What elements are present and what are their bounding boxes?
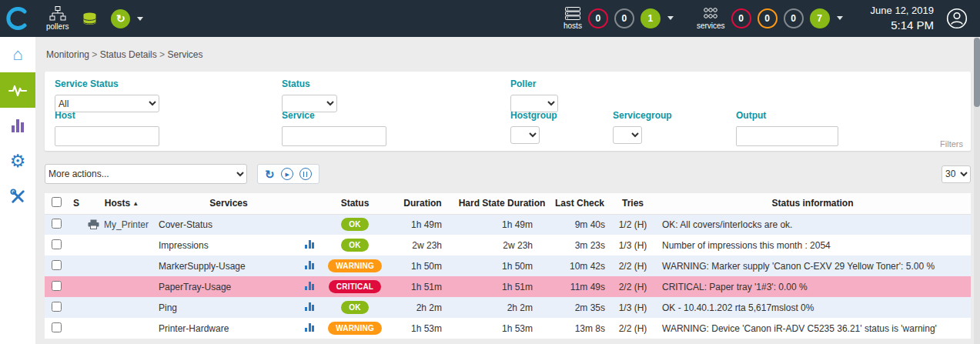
sidebar-item-administration[interactable]: [0, 179, 35, 214]
tools-icon: [9, 188, 27, 205]
chevron-down-icon[interactable]: [137, 17, 143, 21]
graph-icon[interactable]: [305, 282, 314, 290]
sidebar-item-monitoring[interactable]: [0, 72, 35, 108]
status-counter[interactable]: 0: [784, 8, 804, 28]
output-field: Output: [736, 111, 838, 146]
poller-label: Poller: [510, 79, 558, 89]
play-button[interactable]: ▶: [281, 168, 293, 180]
service-name[interactable]: Printer-Hardware: [159, 323, 229, 334]
header-status-information[interactable]: Status information: [654, 193, 971, 214]
service-name[interactable]: MarkerSupply-Usage: [159, 261, 246, 272]
pause-button[interactable]: [299, 168, 312, 180]
row-checkbox[interactable]: [52, 219, 62, 229]
hosts-status[interactable]: hosts: [564, 7, 582, 30]
header-services[interactable]: Services: [159, 193, 299, 214]
status-information-cell: WARNING: Marker supply 'Canon C-EXV 29 Y…: [654, 255, 971, 276]
service-field: Service: [282, 111, 386, 146]
bar-chart-icon: [12, 119, 24, 132]
hostgroup-select[interactable]: [510, 126, 540, 144]
page-size-select[interactable]: 30: [942, 165, 971, 183]
service-cell: Cover-Status: [159, 214, 299, 235]
poller-status-group: pollers ↻: [46, 6, 143, 31]
service-name[interactable]: PaperTray-Usage: [159, 282, 231, 292]
status-counter[interactable]: 1: [641, 8, 661, 28]
header-last-check[interactable]: Last Check: [548, 193, 611, 214]
row-checkbox[interactable]: [52, 260, 62, 270]
servicegroup-label: Servicegroup: [613, 111, 672, 121]
row-select-cell: [45, 276, 68, 297]
status-counter[interactable]: 0: [614, 8, 634, 28]
host-counters: 001: [582, 8, 661, 28]
sidebar: ⌂ ⚙: [0, 37, 35, 344]
graph-icon[interactable]: [305, 261, 314, 269]
status-information-cell: WARNING: Device 'Canon iR-ADV C5235 36.2…: [654, 318, 971, 339]
chevron-down-icon[interactable]: [837, 16, 843, 20]
sidebar-item-reporting[interactable]: [0, 108, 35, 143]
current-date: June 12, 2019: [871, 5, 934, 18]
host-field: Host: [55, 111, 159, 146]
servicegroup-select[interactable]: [613, 126, 642, 144]
host-input[interactable]: [55, 126, 159, 146]
output-input[interactable]: [736, 126, 838, 146]
refresh-button[interactable]: ↻: [265, 169, 275, 180]
chevron-down-icon[interactable]: [667, 16, 674, 20]
select-all-checkbox[interactable]: [52, 197, 62, 207]
pollers-status[interactable]: pollers: [46, 6, 69, 31]
graph-icon[interactable]: [305, 240, 314, 249]
breadcrumb-item[interactable]: Services: [167, 49, 202, 60]
header-status[interactable]: Status: [320, 193, 390, 214]
header-hard-state-duration[interactable]: Hard State Duration: [456, 193, 548, 214]
header-s[interactable]: S: [68, 193, 85, 214]
header-hosts[interactable]: Hosts▲: [85, 193, 159, 214]
header-duration[interactable]: Duration: [390, 193, 456, 214]
hostgroup-label: Hostgroup: [510, 111, 557, 121]
graph-icon[interactable]: [305, 323, 314, 332]
row-checkbox[interactable]: [52, 239, 62, 249]
user-menu-button[interactable]: [946, 8, 968, 29]
duration-cell: 2w 23h: [390, 235, 456, 255]
host-link[interactable]: My_Printer: [85, 219, 159, 230]
header-tries[interactable]: Tries: [611, 193, 654, 214]
breadcrumb-item[interactable]: Monitoring: [46, 49, 89, 60]
service-input[interactable]: [282, 126, 386, 146]
vertical-scrollbar[interactable]: [974, 37, 980, 344]
status-counter[interactable]: 0: [758, 8, 778, 28]
tries-cell: 1/3 (H): [611, 297, 654, 318]
status-counter[interactable]: 0: [588, 8, 608, 28]
pollers-label: pollers: [46, 23, 69, 31]
row-checkbox[interactable]: [52, 302, 62, 312]
sidebar-item-configuration[interactable]: ⚙: [0, 143, 35, 179]
service-cell: MarkerSupply-Usage: [159, 255, 299, 276]
gear-icon: ⚙: [10, 152, 26, 170]
table-row: ImpressionsOK2w 23h2w 23h3m 23s1/3 (H)Nu…: [45, 235, 971, 255]
centreon-logo[interactable]: [0, 0, 35, 37]
status-badge: WARNING: [328, 322, 382, 335]
database-status[interactable]: [82, 12, 97, 25]
services-status[interactable]: services: [697, 7, 725, 30]
output-label: Output: [736, 111, 838, 121]
service-name[interactable]: Impressions: [159, 240, 209, 251]
row-checkbox[interactable]: [52, 322, 62, 332]
status-counter[interactable]: 7: [810, 8, 830, 28]
header-graph-col: [299, 193, 320, 214]
host-cell: [85, 235, 159, 255]
servicegroup-field: Servicegroup: [613, 111, 672, 144]
graph-icon[interactable]: [305, 302, 314, 311]
service-name[interactable]: Ping: [159, 302, 177, 313]
breadcrumb-item[interactable]: Status Details: [100, 49, 157, 60]
status-cell: CRITICAL: [320, 276, 390, 297]
host-cell: [85, 255, 159, 276]
last-check-cell: 2m 35s: [548, 297, 611, 318]
more-actions-select[interactable]: More actions...: [45, 164, 247, 184]
scrollbar-thumb[interactable]: [974, 38, 980, 107]
status-counter[interactable]: 0: [731, 8, 751, 28]
database-icon: [82, 12, 97, 25]
poller-ok-indicator[interactable]: ↻: [111, 9, 130, 28]
s-cell: [68, 255, 85, 276]
row-checkbox[interactable]: [52, 281, 62, 291]
service-name[interactable]: Cover-Status: [159, 219, 212, 230]
centreon-logo-icon: [6, 7, 29, 30]
status-badge: WARNING: [328, 259, 382, 272]
sidebar-item-home[interactable]: ⌂: [0, 37, 35, 72]
user-icon: [946, 8, 968, 29]
